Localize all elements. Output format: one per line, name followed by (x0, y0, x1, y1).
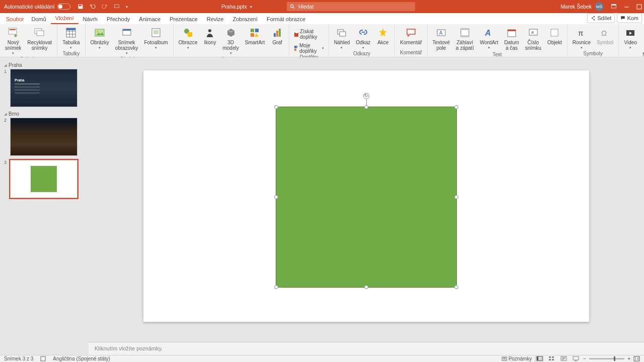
reuse-slides-button[interactable]: Recyklovat snímky (25, 25, 54, 56)
notes-pane[interactable]: Kliknutím vložíte poznámky. (89, 342, 644, 355)
svg-rect-10 (66, 28, 75, 30)
resize-handle-l[interactable] (274, 195, 278, 199)
slide-canvas[interactable] (143, 70, 589, 322)
normal-view-button[interactable] (535, 356, 544, 362)
tab-file[interactable]: Soubor (3, 14, 27, 24)
svg-rect-42 (551, 29, 558, 36)
slideshow-view-button[interactable] (571, 356, 580, 362)
redo-icon[interactable] (102, 4, 108, 10)
store-icon (294, 31, 298, 37)
my-addins-button[interactable]: Moje doplňky▾ (292, 42, 325, 54)
equation-button[interactable]: πRovnice▾ (571, 25, 593, 51)
search-input[interactable]: Hledat (287, 2, 415, 11)
tab-review[interactable]: Revize (202, 14, 228, 24)
zoom-in-button[interactable]: + (627, 356, 630, 361)
slide-counter[interactable]: Snímek 3 z 3 (4, 356, 33, 361)
textbox-button[interactable]: ATextové pole (431, 25, 452, 52)
language-button[interactable]: Angličtina (Spojené státy) (53, 356, 110, 361)
fit-to-window-button[interactable] (633, 356, 640, 361)
toggle-switch-icon[interactable] (57, 4, 70, 10)
resize-handle-r[interactable] (454, 195, 458, 199)
svg-rect-18 (188, 32, 192, 37)
reading-view-button[interactable] (559, 356, 568, 362)
section-header-praha[interactable]: Praha (4, 62, 85, 68)
rotation-handle[interactable] (363, 93, 369, 99)
document-title[interactable]: Praha.pptx ▾ (221, 4, 252, 10)
qat-more-icon[interactable]: ▾ (126, 5, 128, 9)
slide-number: 1 (4, 69, 8, 107)
svg-rect-52 (549, 356, 551, 358)
tab-design[interactable]: Návrh (78, 14, 102, 24)
resize-handle-t[interactable] (364, 105, 368, 109)
video-button[interactable]: Video▾ (622, 25, 639, 52)
slide-thumbnail-1[interactable]: Praha (10, 69, 77, 107)
slide-thumbnail-2[interactable] (10, 118, 77, 156)
slide-number-button[interactable]: #Číslo snímku (523, 25, 543, 52)
minimize-icon[interactable] (624, 4, 629, 10)
tab-insert[interactable]: Vložení (51, 13, 78, 24)
canvas-scroll[interactable] (89, 57, 644, 342)
get-addins-button[interactable]: Získat doplňky (292, 28, 325, 40)
resize-handle-tr[interactable] (454, 105, 458, 109)
maximize-icon[interactable] (636, 4, 642, 10)
sorter-view-button[interactable] (547, 356, 556, 362)
zoom-out-button[interactable]: − (583, 356, 586, 361)
svg-rect-48 (41, 356, 45, 361)
header-footer-button[interactable]: Záhlaví a zápatí (454, 25, 476, 52)
link-button[interactable]: Odkaz▾ (354, 25, 372, 51)
datetime-button[interactable]: Datum a čas (502, 25, 521, 52)
ribbon-display-icon[interactable] (611, 4, 617, 10)
wordart-button[interactable]: AWordArt▾ (478, 25, 501, 52)
svg-rect-3 (612, 5, 616, 6)
undo-icon[interactable] (90, 4, 96, 10)
share-button[interactable]: Sdílet (587, 13, 615, 23)
notes-toggle[interactable]: Poznámky (502, 356, 532, 361)
search-placeholder: Hledat (298, 4, 313, 10)
accessibility-icon[interactable] (40, 356, 46, 361)
resize-handle-tl[interactable] (274, 105, 278, 109)
object-button[interactable]: Objekt (545, 25, 564, 52)
comment-button[interactable]: Komentář (398, 25, 424, 46)
resize-handle-br[interactable] (454, 285, 458, 289)
new-slide-button[interactable]: Nový snímek▾ (3, 25, 23, 56)
slideshow-start-icon[interactable] (114, 4, 120, 10)
dropdown-icon[interactable]: ▾ (250, 5, 252, 9)
slide-thumbnail-3[interactable] (10, 160, 77, 198)
svg-rect-29 (294, 49, 296, 51)
section-header-brno[interactable]: Brno (4, 111, 85, 117)
symbol-button[interactable]: ΩSymbol (595, 25, 615, 51)
svg-rect-24 (276, 31, 278, 37)
audio-button[interactable]: Zvuk▾ (641, 25, 644, 52)
action-button[interactable]: Akce (374, 25, 391, 51)
comments-button[interactable]: Kom (617, 13, 642, 23)
tab-format[interactable]: Formát obrazce (262, 14, 310, 24)
table-button[interactable]: Tabulka▾ (60, 25, 82, 51)
wordart-icon: A (482, 26, 496, 39)
shapes-button[interactable]: Obrazce▾ (177, 25, 200, 56)
save-icon[interactable] (77, 4, 84, 10)
selected-rectangle-shape[interactable] (276, 107, 457, 288)
zoom-slider[interactable] (589, 358, 624, 359)
photo-album-button[interactable]: Fotoalbum▾ (142, 25, 170, 56)
autosave-toggle[interactable]: Automatické ukládání (4, 4, 70, 10)
slide-thumbnails-panel[interactable]: Praha 1 Praha Brno 2 3 (0, 57, 89, 355)
tab-transitions[interactable]: Přechody (102, 14, 134, 24)
screenshot-button[interactable]: Snímek obrazovky▾ (113, 25, 140, 56)
icons-button[interactable]: Ikony (201, 25, 218, 56)
header-footer-icon (458, 26, 471, 39)
tab-slideshow[interactable]: Prezentace (165, 14, 202, 24)
reuse-slides-icon (33, 26, 46, 39)
tab-view[interactable]: Zobrazení (228, 14, 262, 24)
resize-handle-b[interactable] (364, 285, 368, 289)
zoom-button[interactable]: Náhled▾ (332, 25, 352, 51)
3d-models-button[interactable]: 3D modely▾ (220, 25, 240, 56)
tab-home[interactable]: Domů (27, 14, 50, 24)
pictures-button[interactable]: Obrázky▾ (89, 25, 111, 56)
chart-button[interactable]: Graf (269, 25, 286, 56)
account-button[interactable]: Marek Šebek MŠ (560, 2, 604, 11)
textbox-icon: A (435, 26, 448, 39)
resize-handle-bl[interactable] (274, 285, 278, 289)
smartart-button[interactable]: SmartArt (243, 25, 267, 56)
link-icon (357, 26, 370, 39)
tab-animations[interactable]: Animace (134, 14, 165, 24)
